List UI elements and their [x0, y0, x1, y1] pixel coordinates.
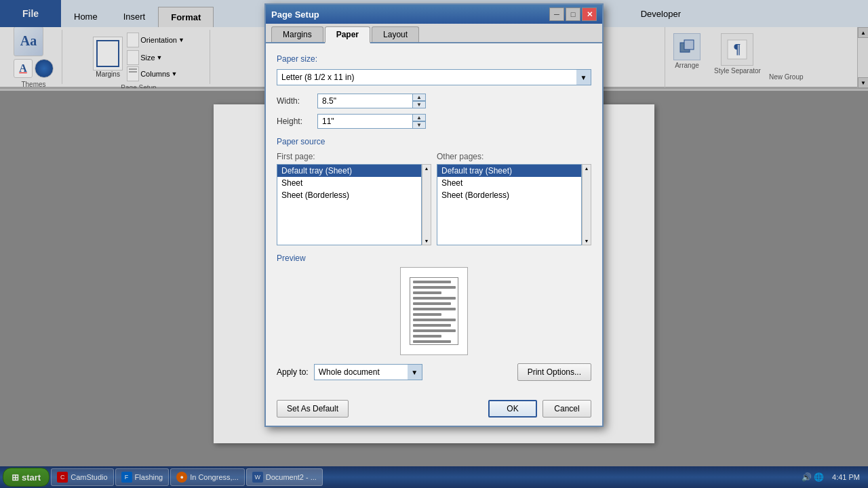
apply-to-arrow[interactable]: ▼: [408, 364, 422, 380]
height-label: Height:: [277, 117, 317, 126]
other-pages-list[interactable]: Default tray (Sheet) Sheet Sheet (Border…: [437, 164, 582, 245]
print-options-wrap: Print Options...: [517, 363, 591, 381]
fp-scroll-track: [422, 172, 431, 237]
source-columns: First page: Default tray (Sheet) Sheet S…: [277, 152, 591, 245]
dialog-maximize-btn[interactable]: □: [566, 7, 580, 21]
ok-cancel-wrap: OK Cancel: [488, 400, 591, 418]
op-scroll-track: [583, 172, 591, 237]
tab-margins[interactable]: Margins: [271, 26, 323, 42]
other-page-item-2[interactable]: Sheet (Borderless): [437, 189, 581, 201]
preview-section: Preview: [277, 253, 591, 355]
preview-line-10: [413, 329, 456, 332]
preview-line-11: [413, 335, 441, 338]
preview-line-3: [413, 291, 441, 294]
preview-area: [277, 267, 591, 355]
first-page-list-wrap: Default tray (Sheet) Sheet Sheet (Border…: [277, 164, 431, 245]
width-down-btn[interactable]: ▼: [412, 101, 426, 108]
dialog-tabs: Margins Paper Layout: [266, 24, 602, 43]
height-row: Height: ▲ ▼: [277, 114, 591, 129]
op-scroll-up[interactable]: ▲: [583, 165, 591, 172]
preview-line-12: [413, 340, 451, 343]
ok-btn[interactable]: OK: [488, 400, 537, 418]
apply-to-row: Apply to: Whole document ▼ Print Options…: [277, 363, 591, 381]
dialog-controls: ─ □ ✕: [549, 7, 597, 21]
paper-size-section-label: Paper size:: [277, 54, 591, 64]
paper-size-select[interactable]: Letter (8 1/2 x 11 in): [277, 69, 591, 85]
paper-size-row: Letter (8 1/2 x 11 in) ▼: [277, 69, 591, 85]
dialog-close-btn[interactable]: ✕: [582, 7, 597, 21]
set-as-default-btn[interactable]: Set As Default: [277, 400, 349, 418]
fp-scroll-up[interactable]: ▲: [422, 165, 431, 172]
fp-scroll-down[interactable]: ▼: [422, 237, 431, 245]
dialog-body: Paper size: Letter (8 1/2 x 11 in) ▼ Wid…: [266, 43, 602, 400]
height-spinner: ▲ ▼: [412, 114, 426, 129]
height-down-btn[interactable]: ▼: [412, 121, 426, 129]
width-label: Width:: [277, 96, 317, 106]
preview-label: Preview: [277, 253, 591, 263]
apply-to-select[interactable]: Whole document: [314, 364, 422, 380]
dialog-footer: Set As Default OK Cancel: [266, 400, 602, 426]
paper-source-label: Paper source: [277, 137, 591, 146]
height-input-wrap: ▲ ▼: [317, 114, 426, 129]
preview-box: [400, 267, 468, 355]
paper-size-arrow[interactable]: ▼: [576, 69, 591, 85]
dialog-titlebar: Page Setup ─ □ ✕: [266, 5, 602, 24]
preview-line-7: [413, 313, 441, 316]
print-options-btn[interactable]: Print Options...: [517, 363, 591, 381]
preview-line-9: [413, 324, 451, 327]
modal-overlay: Page Setup ─ □ ✕ Margins Paper Layout Pa…: [0, 0, 868, 488]
first-page-item-1[interactable]: Sheet: [277, 177, 421, 189]
preview-line-2: [413, 286, 456, 289]
preview-line-4: [413, 297, 456, 300]
first-page-item-0[interactable]: Default tray (Sheet): [277, 165, 421, 177]
first-page-item-2[interactable]: Sheet (Borderless): [277, 189, 421, 201]
width-spinner: ▲ ▼: [412, 94, 426, 108]
preview-page: [410, 277, 458, 345]
page-setup-dialog: Page Setup ─ □ ✕ Margins Paper Layout Pa…: [264, 3, 604, 427]
op-scroll-down[interactable]: ▼: [583, 237, 591, 245]
tab-paper[interactable]: Paper: [325, 26, 370, 43]
first-page-label: First page:: [277, 152, 431, 161]
other-pages-label: Other pages:: [437, 152, 591, 161]
dialog-minimize-btn[interactable]: ─: [549, 7, 564, 21]
preview-line-6: [413, 308, 456, 310]
other-pages-list-wrap: Default tray (Sheet) Sheet Sheet (Border…: [437, 164, 591, 245]
tab-layout[interactable]: Layout: [372, 26, 419, 42]
apply-to-select-wrap: Whole document ▼: [314, 364, 422, 380]
cancel-btn[interactable]: Cancel: [542, 400, 591, 418]
other-page-item-0[interactable]: Default tray (Sheet): [437, 165, 581, 177]
other-pages-scrollbar[interactable]: ▲ ▼: [582, 164, 591, 245]
paper-size-select-wrap: Letter (8 1/2 x 11 in) ▼: [277, 69, 591, 85]
width-input-wrap: ▲ ▼: [317, 94, 426, 108]
other-pages-col: Other pages: Default tray (Sheet) Sheet …: [437, 152, 591, 245]
preview-line-1: [413, 281, 451, 283]
width-up-btn[interactable]: ▲: [412, 94, 426, 101]
preview-line-8: [413, 319, 456, 321]
height-input[interactable]: [317, 114, 426, 129]
width-input[interactable]: [317, 94, 426, 108]
other-page-item-1[interactable]: Sheet: [437, 177, 581, 189]
width-row: Width: ▲ ▼: [277, 94, 591, 108]
dialog-title: Page Setup: [271, 9, 549, 20]
first-page-scrollbar[interactable]: ▲ ▼: [422, 164, 431, 245]
height-up-btn[interactable]: ▲: [412, 114, 426, 121]
first-page-col: First page: Default tray (Sheet) Sheet S…: [277, 152, 431, 245]
preview-line-5: [413, 302, 451, 305]
first-page-list[interactable]: Default tray (Sheet) Sheet Sheet (Border…: [277, 164, 422, 245]
apply-to-label: Apply to:: [277, 367, 309, 377]
